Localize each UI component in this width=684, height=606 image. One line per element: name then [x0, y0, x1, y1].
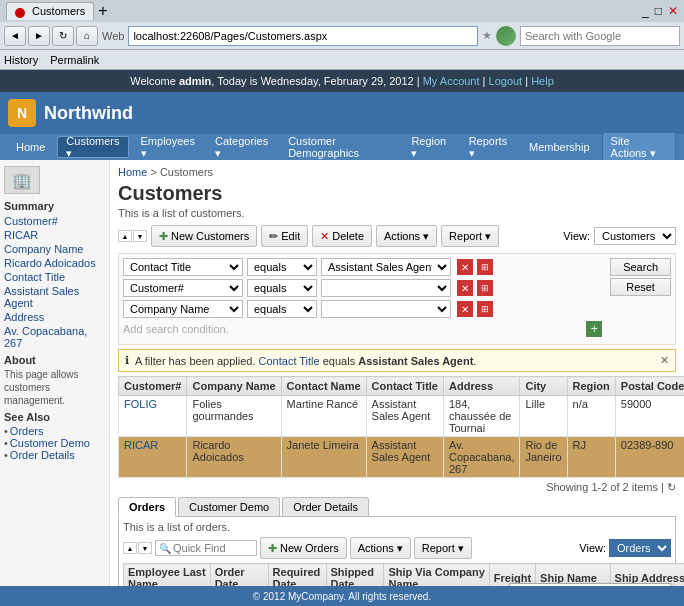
sidebar-customer-demo-link[interactable]: Customer Demo [10, 437, 90, 449]
filter-val-3[interactable] [321, 300, 451, 318]
back-button[interactable]: ◄ [4, 26, 26, 46]
filter-expand-2[interactable]: ⊞ [477, 280, 493, 296]
search-input[interactable] [520, 26, 680, 46]
sidebar-company-name-value[interactable]: Ricardo Adoicados [4, 256, 105, 270]
browser-tab-label: Customers [32, 5, 85, 17]
forward-button[interactable]: ► [28, 26, 50, 46]
orders-report-button[interactable]: Report ▾ [414, 537, 472, 559]
filter-val-2[interactable] [321, 279, 451, 297]
home-button[interactable]: ⌂ [76, 26, 98, 46]
col-customer-id[interactable]: Customer# [119, 377, 187, 396]
help-link[interactable]: Help [531, 75, 554, 87]
customer-id-folig[interactable]: FOLIG [124, 398, 157, 410]
sidebar-customer-id-value[interactable]: RICAR [4, 228, 105, 242]
orders-col-ship-via[interactable]: Ship Via CompanyName [384, 564, 489, 587]
search-button[interactable]: Search [610, 258, 671, 276]
nav-region[interactable]: Region ▾ [403, 136, 456, 158]
sidebar-orders-link[interactable]: Orders [10, 425, 44, 437]
sidebar-customer-demo-item[interactable]: • Customer Demo [4, 437, 105, 449]
view-select[interactable]: Customers [594, 227, 676, 245]
tab-customer-demo[interactable]: Customer Demo [178, 497, 280, 516]
filter-remove-3[interactable]: ✕ [457, 301, 473, 317]
permalink-menu[interactable]: Permalink [50, 54, 99, 66]
orders-view-select[interactable]: Orders [609, 539, 671, 557]
filter-op-1[interactable]: equals [247, 258, 317, 276]
sidebar-company-name-label[interactable]: Company Name [4, 242, 105, 256]
site-actions-button[interactable]: Site Actions ▾ [602, 132, 676, 163]
filter-remove-2[interactable]: ✕ [457, 280, 473, 296]
tab-order-details[interactable]: Order Details [282, 497, 369, 516]
actions-button[interactable]: Actions ▾ [376, 225, 437, 247]
delete-button[interactable]: ✕ Delete [312, 225, 372, 247]
new-orders-button[interactable]: ✚ New Orders [260, 537, 347, 559]
new-tab-btn[interactable]: + [98, 2, 107, 20]
history-menu[interactable]: History [4, 54, 38, 66]
orders-actions-button[interactable]: Actions ▾ [350, 537, 411, 559]
dropdown-smallest-on-top[interactable]: Smallest on Top [510, 584, 670, 586]
nav-customers[interactable]: Customers ▾ [57, 136, 128, 158]
table-row[interactable]: FOLIG Folies gourmandes Martine Rancé As… [119, 396, 685, 437]
logout-link[interactable]: Logout [489, 75, 523, 87]
table-row[interactable]: RICAR Ricardo Adoicados Janete Limeira A… [119, 437, 685, 478]
favorite-icon[interactable]: ★ [482, 29, 492, 42]
nav-reports[interactable]: Reports ▾ [461, 136, 517, 158]
filter-field-3[interactable]: Company Name [123, 300, 243, 318]
col-postal[interactable]: Postal Code [615, 377, 684, 396]
minimize-btn[interactable]: _ [642, 4, 649, 18]
view-label: View: [563, 230, 590, 242]
filter-add-btn[interactable]: + [586, 321, 602, 337]
orders-sort-asc[interactable]: ▲ [123, 542, 137, 554]
sidebar-order-details-link[interactable]: Order Details [10, 449, 75, 461]
quick-find-input[interactable] [173, 542, 253, 554]
report-button[interactable]: Report ▾ [441, 225, 499, 247]
sidebar-address-value[interactable]: Av. Copacabana, 267 [4, 324, 105, 350]
sidebar-customer-id-label[interactable]: Customer# [4, 214, 105, 228]
filter-op-2[interactable]: equals [247, 279, 317, 297]
filter-remove-1[interactable]: ✕ [457, 259, 473, 275]
filter-field-2[interactable]: Customer# [123, 279, 243, 297]
filter-field-1[interactable]: Contact Title [123, 258, 243, 276]
refresh-icon[interactable]: ↻ [667, 481, 676, 493]
orders-sort-desc[interactable]: ▼ [138, 542, 152, 554]
col-city[interactable]: City [520, 377, 567, 396]
my-account-link[interactable]: My Account [423, 75, 480, 87]
filter-notice-link[interactable]: Contact Title [259, 355, 320, 367]
sort-asc-btn[interactable]: ▲ [118, 230, 132, 242]
maximize-btn[interactable]: □ [655, 4, 662, 18]
col-contact-name[interactable]: Contact Name [281, 377, 366, 396]
filter-val-1[interactable]: Assistant Sales Agent [321, 258, 451, 276]
sidebar-orders-item[interactable]: • Orders [4, 425, 105, 437]
browser-tab[interactable]: Customers [6, 2, 94, 19]
filter-expand-3[interactable]: ⊞ [477, 301, 493, 317]
new-customers-button[interactable]: ✚ New Customers [151, 225, 257, 247]
nav-customer-demographics[interactable]: Customer Demographics [280, 136, 399, 158]
col-company-name[interactable]: Company Name [187, 377, 281, 396]
nav-employees[interactable]: Employees ▾ [133, 136, 203, 158]
reset-button[interactable]: Reset [610, 278, 671, 296]
edit-button[interactable]: ✏ Edit [261, 225, 308, 247]
col-contact-title[interactable]: Contact Title [366, 377, 443, 396]
col-region[interactable]: Region [567, 377, 615, 396]
filter-close-btn[interactable]: ✕ [660, 354, 669, 367]
close-btn[interactable]: ✕ [668, 4, 678, 18]
orders-col-shipped[interactable]: ShippedDate [326, 564, 384, 587]
customer-id-ricar[interactable]: RICAR [124, 439, 158, 451]
filter-expand-1[interactable]: ⊞ [477, 259, 493, 275]
tab-orders[interactable]: Orders [118, 497, 176, 517]
sidebar-contact-title-value[interactable]: Assistant Sales Agent [4, 284, 105, 310]
col-address[interactable]: Address [444, 377, 520, 396]
sidebar-order-details-item[interactable]: • Order Details [4, 449, 105, 461]
breadcrumb-home[interactable]: Home [118, 166, 147, 178]
nav-categories[interactable]: Categories ▾ [207, 136, 276, 158]
sidebar-contact-title-label[interactable]: Contact Title [4, 270, 105, 284]
address-bar[interactable] [128, 26, 478, 46]
orders-col-required[interactable]: RequiredDate [268, 564, 326, 587]
filter-op-3[interactable]: equals [247, 300, 317, 318]
orders-col-order-date[interactable]: OrderDate [210, 564, 268, 587]
nav-home[interactable]: Home [8, 136, 53, 158]
sidebar-address-label[interactable]: Address [4, 310, 105, 324]
sort-desc-btn[interactable]: ▼ [133, 230, 147, 242]
refresh-button[interactable]: ↻ [52, 26, 74, 46]
orders-col-employee[interactable]: Employee LastName [124, 564, 211, 587]
nav-membership[interactable]: Membership [521, 136, 598, 158]
